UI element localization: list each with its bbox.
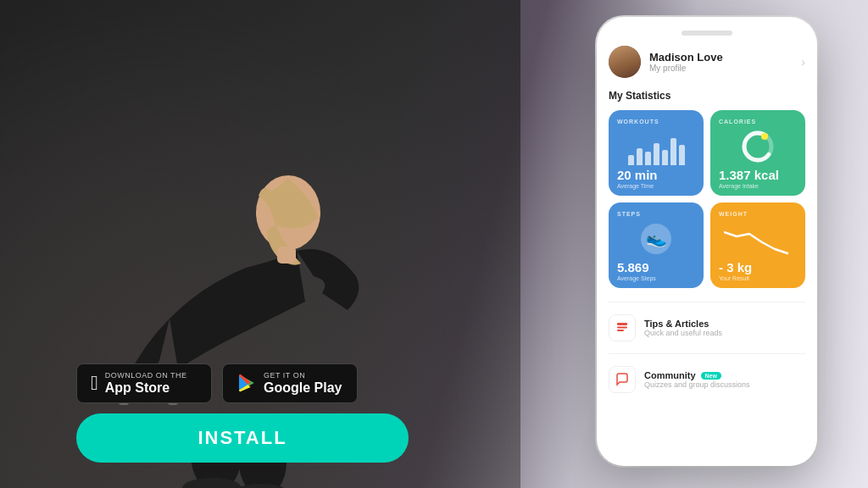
bar-6	[670, 138, 676, 165]
buttons-area:  Download on the App Store GET IT ON Go…	[76, 363, 409, 463]
weight-value: - 3 kg	[719, 261, 797, 274]
steps-value: 5.869	[617, 261, 695, 274]
app-store-small-text: Download on the	[105, 371, 187, 380]
tips-icon-wrap	[609, 314, 636, 341]
community-sub: Quizzes and group discussions	[644, 380, 750, 389]
bar-1	[628, 155, 634, 165]
svg-point-11	[761, 133, 768, 140]
google-play-small-text: GET IT ON	[264, 371, 342, 380]
menu-item-community[interactable]: Community New Quizzes and group discussi…	[609, 366, 805, 393]
calories-donut	[739, 128, 776, 165]
svg-rect-16	[617, 330, 624, 331]
tips-title-row: Tips & Articles	[644, 319, 722, 329]
bar-4	[654, 143, 659, 165]
bar-7	[679, 145, 685, 165]
store-buttons:  Download on the App Store GET IT ON Go…	[76, 363, 409, 403]
svg-text:👟: 👟	[646, 228, 667, 248]
community-title-row: Community New	[644, 370, 750, 380]
workouts-desc: Average Time	[617, 183, 695, 189]
divider-2	[609, 353, 805, 354]
community-text: Community New Quizzes and group discussi…	[644, 370, 750, 389]
app-store-big-text: App Store	[105, 380, 187, 396]
weight-label: WEIGHT	[719, 211, 797, 217]
weight-visual	[719, 220, 797, 258]
community-icon	[615, 373, 629, 386]
avatar-inner	[609, 46, 641, 78]
tips-icon	[615, 321, 629, 335]
profile-name: Madison Love	[649, 51, 723, 64]
google-play-button[interactable]: GET IT ON Google Play	[222, 363, 358, 403]
google-play-text: GET IT ON Google Play	[264, 371, 342, 396]
app-store-button[interactable]:  Download on the App Store	[76, 363, 212, 403]
google-play-big-text: Google Play	[264, 380, 342, 396]
stat-card-steps: STEPS 👟 5.869 Average Steps	[609, 202, 704, 288]
weight-line-chart	[724, 224, 792, 258]
statistics-title: My Statistics	[609, 90, 805, 102]
install-button[interactable]: INSTALL	[76, 413, 409, 463]
svg-rect-14	[617, 323, 627, 325]
workouts-visual	[617, 128, 695, 165]
tips-text: Tips & Articles Quick and useful reads	[644, 319, 722, 337]
svg-rect-15	[617, 327, 627, 329]
community-new-badge: New	[701, 372, 721, 380]
tips-title: Tips & Articles	[644, 319, 709, 329]
steps-circle-icon: 👟	[637, 220, 675, 258]
profile-sub: My profile	[649, 64, 723, 73]
profile-left: Madison Love My profile	[609, 46, 723, 78]
chevron-right-icon[interactable]: ›	[801, 55, 805, 69]
workouts-label: WORKOUTS	[617, 119, 695, 125]
calories-label: CALORIES	[719, 119, 797, 125]
steps-desc: Average Steps	[617, 275, 695, 281]
steps-label: STEPS	[617, 211, 695, 217]
stat-card-calories: CALORIES 1.387 kcal Average Intake	[710, 110, 805, 196]
bar-2	[637, 148, 643, 165]
profile-section: Madison Love My profile ›	[609, 46, 805, 78]
divider-1	[609, 302, 805, 302]
weight-desc: Your Result	[719, 275, 797, 281]
phone-mockup: Madison Love My profile › My Statistics …	[597, 17, 817, 466]
bar-5	[662, 150, 668, 165]
steps-visual: 👟	[617, 220, 695, 258]
tips-sub: Quick and useful reads	[644, 329, 722, 337]
menu-item-tips[interactable]: Tips & Articles Quick and useful reads	[609, 314, 805, 341]
community-icon-wrap	[609, 366, 636, 393]
stat-card-weight: WEIGHT - 3 kg Your Result	[710, 202, 805, 288]
community-title: Community	[644, 370, 696, 380]
google-play-icon	[236, 373, 257, 393]
calories-value: 1.387 kcal	[719, 169, 797, 181]
stat-card-workouts: WORKOUTS 20 min Average Time	[609, 110, 704, 196]
svg-rect-3	[277, 247, 296, 263]
calories-visual	[719, 128, 797, 165]
phone-notch	[682, 30, 732, 36]
apple-icon: 	[91, 371, 98, 395]
menu-items: Tips & Articles Quick and useful reads C…	[609, 300, 805, 393]
calories-desc: Average Intake	[719, 183, 797, 189]
workouts-value: 20 min	[617, 169, 695, 181]
profile-info: Madison Love My profile	[649, 51, 723, 73]
avatar	[609, 46, 641, 78]
app-store-text: Download on the App Store	[105, 371, 187, 396]
bar-3	[645, 152, 651, 165]
stats-grid: WORKOUTS 20 min Average Time CALORIES	[609, 110, 805, 288]
bar-chart	[628, 131, 685, 165]
